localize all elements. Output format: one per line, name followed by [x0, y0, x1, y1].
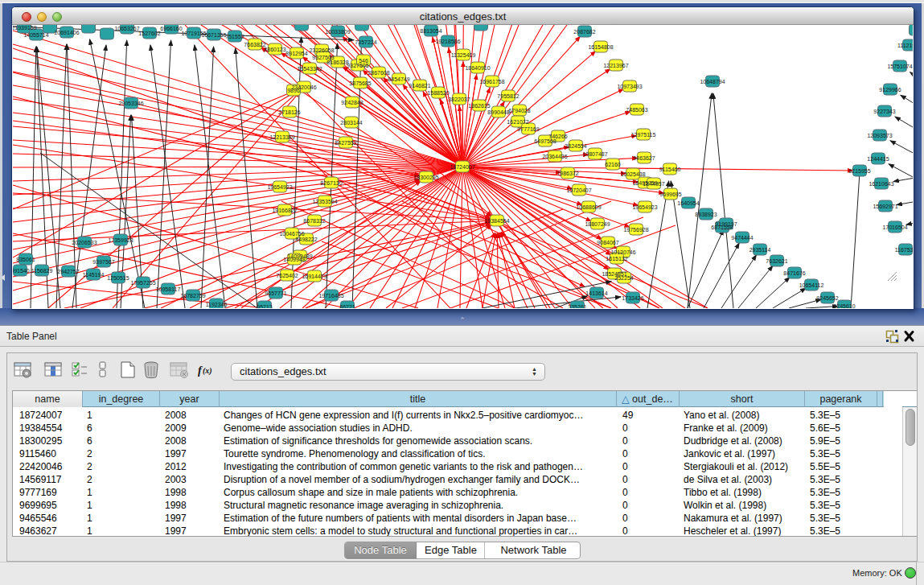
svg-text:(x): (x) [203, 366, 212, 376]
svg-text:86721: 86721 [339, 304, 355, 309]
svg-text:1588520: 1588520 [427, 90, 449, 96]
svg-text:1192346: 1192346 [206, 302, 228, 307]
svg-text:18724007: 18724007 [450, 164, 474, 170]
svg-text:7357224: 7357224 [355, 39, 376, 45]
svg-text:8990448: 8990448 [487, 109, 509, 115]
svg-text:1167533: 1167533 [895, 247, 913, 253]
svg-text:8678332: 8678332 [303, 218, 325, 224]
svg-text:9474444: 9474444 [731, 235, 753, 241]
svg-text:9397567: 9397567 [92, 259, 114, 265]
svg-text:7955812: 7955812 [497, 93, 519, 99]
svg-text:6794028: 6794028 [508, 108, 530, 113]
svg-text:18640910: 18640910 [465, 65, 490, 71]
svg-text:9242848: 9242848 [341, 100, 363, 105]
svg-text:19384554: 19384554 [484, 218, 509, 224]
svg-text:8860123: 8860123 [264, 47, 285, 52]
svg-text:16033809: 16033809 [325, 29, 350, 35]
svg-text:10958117: 10958117 [156, 286, 181, 292]
svg-text:15720407: 15720407 [566, 187, 591, 193]
svg-text:8912954: 8912954 [285, 51, 307, 56]
svg-text:2718126: 2718126 [278, 109, 300, 115]
svg-text:1733426: 1733426 [622, 295, 643, 301]
svg-text:546: 546 [359, 58, 368, 64]
svg-text:1362615: 1362615 [468, 103, 490, 109]
svg-text:19218586: 19218586 [435, 39, 460, 44]
svg-text:8186328: 8186328 [326, 60, 348, 65]
svg-text:335261: 335261 [568, 304, 586, 309]
svg-text:2087682: 2087682 [573, 29, 595, 35]
svg-text:21939159: 21939159 [13, 25, 37, 31]
svg-text:3875685: 3875685 [349, 80, 371, 86]
svg-text:835061: 835061 [16, 257, 35, 262]
svg-text:1250515: 1250515 [107, 275, 129, 281]
svg-text:9657771: 9657771 [265, 290, 286, 296]
svg-text:17957255: 17957255 [130, 280, 155, 286]
svg-text:9777169: 9777169 [517, 126, 539, 132]
svg-text:2935114: 2935114 [749, 247, 771, 253]
svg-text:10688609: 10688609 [576, 204, 601, 210]
svg-text:15692971: 15692971 [873, 204, 897, 209]
svg-text:2942757: 2942757 [57, 269, 79, 274]
svg-text:8498222: 8498222 [295, 237, 317, 242]
svg-text:9084067: 9084067 [597, 240, 618, 245]
svg-text:8813054: 8813054 [420, 28, 441, 34]
svg-text:6497568: 6497568 [534, 138, 556, 144]
svg-text:3822037: 3822037 [448, 97, 470, 102]
svg-text:16961758: 16961758 [479, 79, 504, 84]
svg-text:9699695: 9699695 [659, 192, 681, 197]
svg-text:1621072: 1621072 [507, 119, 528, 125]
svg-text:1145194: 1145194 [83, 272, 105, 278]
svg-text:20691406: 20691406 [54, 30, 79, 35]
svg-text:9463627: 9463627 [633, 155, 655, 161]
svg-text:29053346: 29053346 [118, 101, 143, 106]
svg-text:12093573: 12093573 [867, 133, 892, 138]
svg-text:7632621: 7632621 [766, 258, 787, 264]
svg-text:10654112: 10654112 [799, 282, 824, 288]
svg-text:8938923: 8938923 [695, 212, 717, 217]
svg-text:1844957: 1844957 [643, 181, 664, 187]
svg-text:12213967: 12213967 [603, 63, 628, 68]
svg-text:10025438: 10025438 [620, 171, 645, 177]
svg-text:20206533: 20206533 [72, 240, 97, 245]
svg-text:9896: 9896 [287, 88, 300, 93]
svg-text:9245652: 9245652 [816, 295, 838, 301]
svg-text:9199197: 9199197 [715, 221, 737, 227]
svg-text:8454749: 8454749 [388, 76, 409, 82]
svg-text:23226058: 23226058 [309, 47, 334, 53]
svg-text:10973493: 10973493 [617, 84, 642, 89]
svg-text:12213389: 12213389 [269, 134, 294, 140]
svg-text:10120746: 10120746 [610, 249, 635, 255]
svg-text:8471676: 8471676 [783, 270, 805, 276]
svg-text:12975115: 12975115 [631, 132, 656, 138]
svg-text:10046756: 10046756 [279, 231, 304, 237]
svg-text:3824554: 3824554 [565, 143, 586, 149]
svg-text:7663822: 7663822 [244, 42, 265, 47]
svg-text:1615132: 1615132 [606, 256, 627, 262]
svg-text:8245610: 8245610 [833, 303, 855, 309]
svg-text:19166827: 19166827 [272, 208, 297, 213]
svg-text:19654923: 19654923 [267, 184, 292, 190]
svg-text:16543342: 16543342 [297, 66, 322, 72]
svg-text:1244415: 1244415 [867, 156, 889, 162]
svg-text:10648794: 10648794 [700, 79, 725, 84]
svg-text:17359928: 17359928 [108, 237, 133, 243]
svg-text:9146821: 9146821 [409, 83, 430, 89]
svg-text:12353594: 12353594 [312, 199, 337, 204]
svg-text:16154808: 16154808 [588, 44, 613, 50]
svg-text:8427552: 8427552 [335, 140, 356, 146]
svg-text:8267130: 8267130 [320, 180, 342, 186]
svg-text:15751074: 15751074 [887, 64, 912, 69]
svg-text:9129966: 9129966 [879, 87, 901, 93]
svg-text:991540: 991540 [13, 268, 30, 274]
svg-text:2803144: 2803144 [340, 120, 362, 126]
svg-text:6966160: 6966160 [160, 26, 182, 31]
svg-text:1413614: 1413614 [585, 290, 607, 296]
svg-text:11325419: 11325419 [451, 52, 476, 58]
svg-text:18300295: 18300295 [413, 175, 438, 180]
svg-text:14055714: 14055714 [23, 32, 48, 38]
svg-text:8215955: 8215955 [848, 168, 870, 174]
svg-text:19756928: 19756928 [623, 227, 648, 233]
svg-text:7986372: 7986372 [556, 171, 578, 176]
svg-text:9115460: 9115460 [659, 167, 681, 172]
svg-text:9227343: 9227343 [873, 109, 895, 114]
